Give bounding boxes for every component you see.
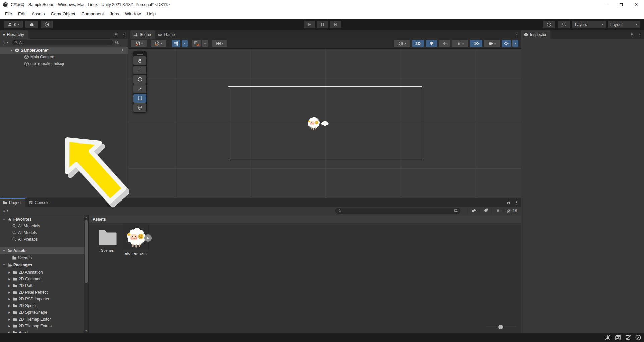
create-dropdown-icon[interactable]: ▾ [7,41,8,44]
hidden-packages-button[interactable]: 16 [504,209,519,213]
scroll-down-icon[interactable]: ▼ [84,330,88,332]
snap-button[interactable] [192,40,201,47]
menu-window[interactable]: Window [122,10,144,18]
tab-game[interactable]: Game [155,30,179,39]
foldout-closed-icon[interactable]: ▶ [7,325,11,328]
rotate-tool-button[interactable] [133,75,146,84]
tab-inspector[interactable]: Inspector [521,30,550,39]
audio-mute-button[interactable] [439,40,450,47]
menu-help[interactable]: Help [144,10,159,18]
lock-icon[interactable] [506,200,511,205]
grid-visibility-dropdown[interactable]: ▾ [182,40,188,47]
palette-drag-handle[interactable] [133,52,146,56]
foldout-open-icon[interactable]: ▼ [2,218,6,221]
gameobject-row[interactable]: Main Camera [0,54,128,60]
scene-camera-button[interactable]: ▾ [484,40,500,47]
menu-file[interactable]: File [2,10,15,18]
tree-scrollbar[interactable]: ▲ ▼ [84,215,88,333]
kebab-menu-icon[interactable]: ⋮ [514,200,519,205]
hierarchy-search-input[interactable] [19,40,110,44]
grid-visibility-button[interactable] [172,40,180,47]
sheep-sprite[interactable] [306,116,321,130]
foldout-open-icon[interactable]: ▼ [9,49,13,52]
scene-row[interactable]: ▼ SampleScene* ⋮ [0,47,128,54]
play-button[interactable] [304,21,315,28]
assets-breadcrumb[interactable]: Assets [89,215,521,223]
move-tool-button[interactable] [133,66,146,74]
kebab-menu-icon[interactable]: ⋮ [122,32,126,37]
pause-button[interactable] [317,21,328,28]
tree-package[interactable]: ▶2D Path [0,282,84,289]
tree-assets[interactable]: ▼ Assets [0,247,84,254]
minimize-button[interactable]: – [598,0,613,9]
tree-all-models[interactable]: All Models [0,229,84,236]
2d-mode-button[interactable]: 2D [412,40,424,47]
menu-edit[interactable]: Edit [15,10,29,18]
cloud-services-button[interactable] [25,21,38,28]
lock-icon[interactable] [114,32,118,37]
project-search-input[interactable] [342,209,453,213]
menu-component[interactable]: Component [78,10,107,18]
tree-package[interactable]: ▶2D Animation [0,269,84,276]
cloud-puff-sprite[interactable] [321,120,329,126]
slider-knob[interactable] [498,325,503,329]
tree-favorites[interactable]: ▼ Favorites [0,216,84,223]
foldout-closed-icon[interactable]: ▶ [7,304,11,307]
rect-tool-button[interactable] [133,94,146,103]
snap-increment-button[interactable]: ▾ [212,40,227,47]
kebab-menu-icon[interactable]: ⋮ [120,48,125,53]
tree-package[interactable]: ▶2D Tilemap Extras [0,323,84,329]
create-button[interactable]: + [3,40,6,45]
layers-dropdown[interactable]: Layers ▾ [572,21,606,28]
maximize-button[interactable] [613,0,629,9]
undo-history-button[interactable] [543,21,555,28]
gizmos-button[interactable] [502,40,511,47]
foldout-closed-icon[interactable]: ▶ [7,291,11,294]
tree-package[interactable]: ▶2D SpriteShape [0,309,84,316]
transform-tool-button[interactable] [133,103,146,112]
layout-dropdown[interactable]: Layout ▾ [608,21,640,28]
foldout-closed-icon[interactable]: ▶ [7,271,11,274]
menu-assets[interactable]: Assets [29,10,48,18]
step-button[interactable] [330,21,341,28]
menu-jobs[interactable]: Jobs [107,10,122,18]
tree-package[interactable]: ▶2D Tilemap Editor [0,316,84,323]
create-dropdown-icon[interactable]: ▾ [7,209,8,212]
save-search-button[interactable] [492,208,504,214]
press-to-pick-icon[interactable] [454,209,458,213]
effects-button[interactable]: ▾ [452,40,468,47]
scene-viewport[interactable] [128,49,521,198]
cache-server-disconnected-icon[interactable] [615,334,621,341]
tree-package[interactable]: ▶2D Pixel Perfect [0,289,84,296]
tab-scene[interactable]: Scene [130,30,155,39]
asset-tile-sprite[interactable]: eto_remak... [121,225,150,255]
auto-refresh-off-icon[interactable] [625,334,631,341]
tool-settings-button[interactable]: ▾ [131,40,147,47]
gizmos-dropdown[interactable]: ▾ [512,40,518,47]
activity-ok-icon[interactable] [635,334,641,341]
create-button[interactable]: + [3,208,6,214]
press-to-pick-icon[interactable] [115,40,119,45]
tool-handle-rotation-button[interactable]: ▾ [151,40,166,47]
version-control-button[interactable] [41,21,53,28]
foldout-closed-icon[interactable]: ▶ [7,284,11,287]
tree-package[interactable]: ▶Burst [0,329,84,333]
search-button[interactable] [558,21,570,28]
foldout-closed-icon[interactable]: ▶ [7,318,11,321]
expand-subassets-button[interactable] [144,234,152,242]
tree-package[interactable]: ▶2D Sprite [0,302,84,309]
foldout-open-icon[interactable]: ▼ [2,264,6,267]
snap-dropdown[interactable]: ▾ [202,40,208,47]
scene-lighting-button[interactable] [426,40,437,47]
tab-console[interactable]: Console [25,198,53,207]
tree-package[interactable]: ▶2D Common [0,276,84,282]
foldout-closed-icon[interactable]: ▶ [7,311,11,314]
foldout-closed-icon[interactable]: ▶ [7,278,11,281]
lock-icon[interactable] [630,32,634,37]
tree-scenes[interactable]: Scenes [0,254,84,261]
search-by-label-button[interactable] [480,208,492,214]
tree-all-materials[interactable]: All Materials [0,223,84,229]
scale-tool-button[interactable] [133,84,146,93]
shading-mode-button[interactable]: ▾ [394,40,410,47]
scrollbar-thumb[interactable] [85,220,88,283]
